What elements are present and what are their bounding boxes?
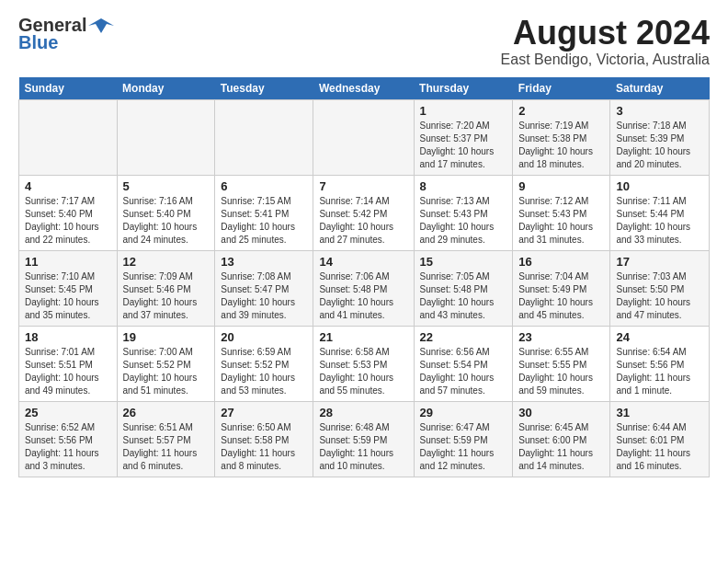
- calendar-week-row: 1Sunrise: 7:20 AM Sunset: 5:37 PM Daylig…: [19, 99, 710, 175]
- day-number: 24: [616, 330, 703, 344]
- day-info: Sunrise: 7:14 AM Sunset: 5:42 PM Dayligh…: [319, 196, 393, 245]
- table-row: 5Sunrise: 7:16 AM Sunset: 5:40 PM Daylig…: [117, 175, 215, 250]
- day-number: 27: [221, 406, 307, 419]
- day-number: 26: [123, 406, 210, 419]
- day-number: 18: [25, 330, 111, 344]
- table-row: 25Sunrise: 6:52 AM Sunset: 5:56 PM Dayli…: [19, 401, 118, 477]
- table-row: 3Sunrise: 7:18 AM Sunset: 5:39 PM Daylig…: [610, 99, 710, 175]
- day-number: 13: [221, 255, 307, 269]
- day-info: Sunrise: 6:56 AM Sunset: 5:54 PM Dayligh…: [420, 347, 495, 396]
- table-row: 13Sunrise: 7:08 AM Sunset: 5:47 PM Dayli…: [215, 250, 313, 326]
- day-number: 20: [221, 330, 307, 344]
- day-number: 15: [420, 255, 507, 269]
- day-number: 14: [319, 255, 407, 269]
- day-info: Sunrise: 7:09 AM Sunset: 5:46 PM Dayligh…: [123, 271, 198, 320]
- day-number: 4: [25, 179, 111, 193]
- table-row: 9Sunrise: 7:12 AM Sunset: 5:43 PM Daylig…: [513, 175, 610, 250]
- day-info: Sunrise: 6:44 AM Sunset: 6:01 PM Dayligh…: [616, 422, 690, 471]
- table-row: 27Sunrise: 6:50 AM Sunset: 5:58 PM Dayli…: [215, 401, 313, 477]
- day-number: 21: [319, 330, 407, 344]
- day-info: Sunrise: 6:50 AM Sunset: 5:58 PM Dayligh…: [221, 422, 295, 471]
- day-info: Sunrise: 7:20 AM Sunset: 5:37 PM Dayligh…: [420, 121, 495, 169]
- col-tuesday: Tuesday: [215, 77, 313, 100]
- col-friday: Friday: [513, 77, 610, 100]
- table-row: 24Sunrise: 6:54 AM Sunset: 5:56 PM Dayli…: [610, 326, 710, 401]
- day-number: 31: [616, 406, 703, 419]
- day-number: 1: [420, 104, 507, 118]
- day-info: Sunrise: 6:51 AM Sunset: 5:57 PM Dayligh…: [123, 422, 198, 471]
- day-info: Sunrise: 7:19 AM Sunset: 5:38 PM Dayligh…: [518, 121, 593, 169]
- table-row: [117, 99, 215, 175]
- table-row: 28Sunrise: 6:48 AM Sunset: 5:59 PM Dayli…: [313, 401, 414, 477]
- table-row: [215, 99, 313, 175]
- day-number: 29: [420, 406, 507, 419]
- title-block: August 2024 East Bendigo, Victoria, Aust…: [501, 15, 710, 68]
- day-number: 10: [616, 179, 703, 193]
- day-info: Sunrise: 6:59 AM Sunset: 5:52 PM Dayligh…: [221, 347, 295, 396]
- day-number: 3: [616, 104, 703, 118]
- day-info: Sunrise: 7:00 AM Sunset: 5:52 PM Dayligh…: [123, 347, 198, 396]
- col-thursday: Thursday: [414, 77, 513, 100]
- day-number: 5: [123, 179, 210, 193]
- day-number: 23: [518, 330, 604, 344]
- day-number: 8: [420, 179, 507, 193]
- svg-marker-0: [88, 18, 114, 33]
- day-info: Sunrise: 6:47 AM Sunset: 5:59 PM Dayligh…: [420, 422, 495, 471]
- table-row: 12Sunrise: 7:09 AM Sunset: 5:46 PM Dayli…: [117, 250, 215, 326]
- day-number: 12: [123, 255, 210, 269]
- table-row: 21Sunrise: 6:58 AM Sunset: 5:53 PM Dayli…: [313, 326, 414, 401]
- table-row: 2Sunrise: 7:19 AM Sunset: 5:38 PM Daylig…: [513, 99, 610, 175]
- calendar-week-row: 4Sunrise: 7:17 AM Sunset: 5:40 PM Daylig…: [19, 175, 710, 250]
- day-info: Sunrise: 6:48 AM Sunset: 5:59 PM Dayligh…: [319, 422, 393, 471]
- col-wednesday: Wednesday: [313, 77, 414, 100]
- day-number: 17: [616, 255, 703, 269]
- table-row: 20Sunrise: 6:59 AM Sunset: 5:52 PM Dayli…: [215, 326, 313, 401]
- day-info: Sunrise: 6:45 AM Sunset: 6:00 PM Dayligh…: [518, 422, 593, 471]
- day-info: Sunrise: 7:03 AM Sunset: 5:50 PM Dayligh…: [616, 271, 690, 320]
- logo-blue-text: Blue: [18, 32, 58, 53]
- day-info: Sunrise: 6:54 AM Sunset: 5:56 PM Dayligh…: [616, 347, 690, 396]
- page-subtitle: East Bendigo, Victoria, Australia: [501, 52, 710, 68]
- page-header: General Blue August 2024 East Bendigo, V…: [18, 15, 710, 68]
- day-info: Sunrise: 7:11 AM Sunset: 5:44 PM Dayligh…: [616, 196, 690, 245]
- day-info: Sunrise: 7:16 AM Sunset: 5:40 PM Dayligh…: [123, 196, 198, 245]
- table-row: 14Sunrise: 7:06 AM Sunset: 5:48 PM Dayli…: [313, 250, 414, 326]
- day-number: 7: [319, 179, 407, 193]
- day-number: 25: [25, 406, 111, 419]
- calendar-header-row: Sunday Monday Tuesday Wednesday Thursday…: [19, 77, 710, 100]
- table-row: 10Sunrise: 7:11 AM Sunset: 5:44 PM Dayli…: [610, 175, 710, 250]
- day-info: Sunrise: 7:06 AM Sunset: 5:48 PM Dayligh…: [319, 271, 393, 320]
- col-monday: Monday: [117, 77, 215, 100]
- day-info: Sunrise: 7:15 AM Sunset: 5:41 PM Dayligh…: [221, 196, 295, 245]
- table-row: [313, 99, 414, 175]
- table-row: 19Sunrise: 7:00 AM Sunset: 5:52 PM Dayli…: [117, 326, 215, 401]
- table-row: 4Sunrise: 7:17 AM Sunset: 5:40 PM Daylig…: [19, 175, 118, 250]
- calendar-table: Sunday Monday Tuesday Wednesday Thursday…: [18, 77, 710, 477]
- day-number: 28: [319, 406, 407, 419]
- table-row: 31Sunrise: 6:44 AM Sunset: 6:01 PM Dayli…: [610, 401, 710, 477]
- logo-bird-icon: [88, 17, 114, 35]
- table-row: 16Sunrise: 7:04 AM Sunset: 5:49 PM Dayli…: [513, 250, 610, 326]
- calendar-week-row: 25Sunrise: 6:52 AM Sunset: 5:56 PM Dayli…: [19, 401, 710, 477]
- day-info: Sunrise: 7:12 AM Sunset: 5:43 PM Dayligh…: [518, 196, 593, 245]
- day-info: Sunrise: 7:13 AM Sunset: 5:43 PM Dayligh…: [420, 196, 495, 245]
- page-title: August 2024: [501, 15, 710, 52]
- day-info: Sunrise: 7:08 AM Sunset: 5:47 PM Dayligh…: [221, 271, 295, 320]
- table-row: 29Sunrise: 6:47 AM Sunset: 5:59 PM Dayli…: [414, 401, 513, 477]
- table-row: 26Sunrise: 6:51 AM Sunset: 5:57 PM Dayli…: [117, 401, 215, 477]
- day-info: Sunrise: 7:10 AM Sunset: 5:45 PM Dayligh…: [25, 271, 99, 320]
- table-row: 23Sunrise: 6:55 AM Sunset: 5:55 PM Dayli…: [513, 326, 610, 401]
- day-info: Sunrise: 6:52 AM Sunset: 5:56 PM Dayligh…: [25, 422, 99, 471]
- table-row: 15Sunrise: 7:05 AM Sunset: 5:48 PM Dayli…: [414, 250, 513, 326]
- day-info: Sunrise: 6:55 AM Sunset: 5:55 PM Dayligh…: [518, 347, 593, 396]
- day-number: 30: [518, 406, 604, 419]
- logo: General Blue: [18, 15, 114, 53]
- day-info: Sunrise: 6:58 AM Sunset: 5:53 PM Dayligh…: [319, 347, 393, 396]
- calendar-week-row: 18Sunrise: 7:01 AM Sunset: 5:51 PM Dayli…: [19, 326, 710, 401]
- day-info: Sunrise: 7:01 AM Sunset: 5:51 PM Dayligh…: [25, 347, 99, 396]
- day-number: 11: [25, 255, 111, 269]
- table-row: 1Sunrise: 7:20 AM Sunset: 5:37 PM Daylig…: [414, 99, 513, 175]
- table-row: [19, 99, 118, 175]
- day-info: Sunrise: 7:18 AM Sunset: 5:39 PM Dayligh…: [616, 121, 690, 169]
- day-number: 6: [221, 179, 307, 193]
